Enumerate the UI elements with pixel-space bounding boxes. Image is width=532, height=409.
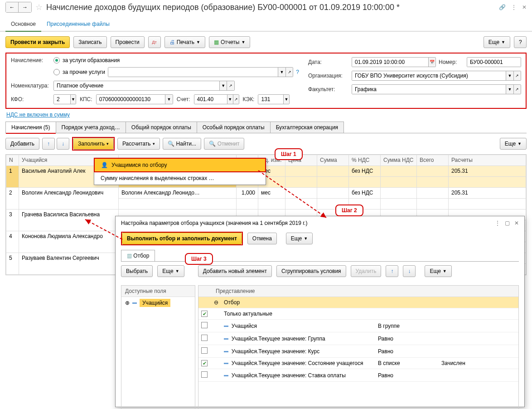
tab-income-order[interactable]: Порядок учета доход… xyxy=(56,122,126,133)
dialog-cancel-button[interactable]: Отмена xyxy=(247,233,277,244)
number-input[interactable] xyxy=(467,58,521,67)
nav-main[interactable]: Основное xyxy=(5,17,41,32)
col-calc: Расчеты xyxy=(449,155,526,166)
step2-callout: Шаг 2 xyxy=(335,204,363,216)
dk-icon-button[interactable]: Дт xyxy=(148,36,161,48)
person-icon: 👤 xyxy=(101,162,108,168)
menu-item-students-by-selection[interactable]: 👤 Учащимися по отбору xyxy=(95,159,265,171)
filter-down-button[interactable]: ↓ xyxy=(403,265,416,277)
selection-dialog: Настройка параметров отбора учащихся (зн… xyxy=(115,216,525,280)
kps-input[interactable] xyxy=(97,95,165,104)
forward-button[interactable]: → xyxy=(19,2,31,12)
right-more-button[interactable]: Еще▼ xyxy=(425,265,451,277)
other-service-input[interactable] xyxy=(108,68,278,77)
filter-up-button[interactable]: ↑ xyxy=(386,265,398,277)
header-params-box: Начисление: за услуги образования за про… xyxy=(5,53,527,109)
nomenclature-input[interactable] xyxy=(54,81,219,90)
dialog-tab-filter[interactable]: ▥ Отбор xyxy=(121,250,155,261)
dropdown-icon[interactable]: ▼ xyxy=(278,68,285,77)
dialog-menu-icon[interactable]: ⋮ xyxy=(495,220,500,226)
col-total: Всего xyxy=(417,155,449,166)
help-hint-icon[interactable]: ? xyxy=(296,69,299,75)
help-button[interactable]: ? xyxy=(514,36,527,48)
accrual-radio-edu[interactable]: за услуги образования xyxy=(53,57,299,63)
step1-callout: Шаг 1 xyxy=(275,148,303,160)
col-vat-pct: % НДС xyxy=(349,155,381,166)
date-label: Дата: xyxy=(308,59,349,65)
kfo-input[interactable] xyxy=(54,95,70,104)
add-element-button[interactable]: Добавить новый элемент xyxy=(198,265,272,277)
dialog-title: Настройка параметров отбора учащихся (зн… xyxy=(121,220,307,226)
post-button[interactable]: Провести xyxy=(111,36,145,48)
apply-selection-button[interactable]: Выполнить отбор и заполнить документ xyxy=(122,233,242,244)
kps-label: КПС: xyxy=(80,96,92,102)
org-label: Организация: xyxy=(308,73,349,79)
favorite-icon[interactable]: ☆ xyxy=(35,2,43,12)
post-and-close-button[interactable]: Провести и закрыть xyxy=(5,36,70,48)
accrual-label: Начисление: xyxy=(11,57,53,63)
add-row-button[interactable]: Добавить xyxy=(5,138,39,150)
col-vat-sum: Сумма НДС xyxy=(381,155,417,166)
tab-accruals[interactable]: Начисления (5) xyxy=(5,122,56,133)
table-row[interactable]: 1 Васильев Анатолий Алек мес без НДС 205… xyxy=(6,166,526,177)
menu-icon[interactable]: ⋮ xyxy=(511,4,517,10)
kek-label: КЭК: xyxy=(243,96,255,102)
nav-back-forward: ← → xyxy=(5,2,32,13)
tab-accounting-op[interactable]: Бухгалтерская операция xyxy=(270,122,344,133)
left-more-button[interactable]: Еще▼ xyxy=(157,265,184,277)
detail-tabs: Начисления (5) Порядок учета доход… Общи… xyxy=(5,122,527,133)
menu-item-sum-in-rows[interactable]: Сумму начисления в выделенных строках … xyxy=(94,172,266,185)
kek-input[interactable] xyxy=(258,95,283,104)
table-row[interactable]: 2 Вологин Александр Леонидович Вологин А… xyxy=(6,188,526,199)
org-input[interactable] xyxy=(352,71,506,80)
move-up-button[interactable]: ↑ xyxy=(42,138,55,150)
print-button[interactable]: 🖨Печать▼ xyxy=(164,36,205,48)
close-icon[interactable]: ✕ xyxy=(522,4,527,10)
back-button[interactable]: ← xyxy=(6,2,19,12)
faculty-label: Факультет: xyxy=(308,86,349,93)
faculty-input[interactable] xyxy=(352,85,506,94)
open-ref-icon[interactable]: ↗ xyxy=(285,68,293,77)
grid-more-button[interactable]: Еще▼ xyxy=(500,138,527,150)
choose-button[interactable]: Выбрать xyxy=(121,265,153,277)
reports-button[interactable]: ▦Отчеты▼ xyxy=(209,36,250,48)
dropdown-icon[interactable]: ▼ xyxy=(219,81,227,90)
find-button[interactable]: 🔍Найти... xyxy=(163,138,201,150)
step3-callout: Шаг 3 xyxy=(185,253,213,265)
account-label: Счет: xyxy=(177,96,190,102)
fill-dropdown: 👤 Учащимися по отбору Сумму начисления в… xyxy=(94,158,266,185)
delete-button[interactable]: Удалить xyxy=(351,265,382,277)
more-button[interactable]: Еще▼ xyxy=(484,36,510,48)
calculate-button[interactable]: Рассчитать▾ xyxy=(117,138,160,150)
calendar-icon[interactable]: 📅 xyxy=(428,58,435,67)
tab-pay-common[interactable]: Общий порядок оплаты xyxy=(126,122,197,133)
date-input[interactable] xyxy=(352,58,428,67)
tab-pay-special[interactable]: Особый порядок оплаты xyxy=(197,122,271,133)
fill-button[interactable]: Заполнить▾ xyxy=(73,138,114,150)
account-input[interactable] xyxy=(194,95,227,104)
link-icon[interactable]: 🔗 xyxy=(499,4,506,10)
group-conditions-button[interactable]: Сгруппировать условия xyxy=(276,265,346,277)
open-ref-icon[interactable]: ↗ xyxy=(227,81,234,90)
cancel-search-button[interactable]: 🔍Отменит xyxy=(204,138,245,150)
dialog-close-icon[interactable]: ✕ xyxy=(514,220,519,226)
vat-link[interactable]: НДС не включен в сумму xyxy=(6,112,70,118)
accrual-radio-other[interactable]: за прочие услуги xyxy=(53,69,105,75)
col-sum: Сумма xyxy=(317,155,349,166)
nav-attached-files[interactable]: Присоединенные файлы xyxy=(41,17,115,31)
kfo-label: КФО: xyxy=(11,96,53,102)
save-button[interactable]: Записать xyxy=(73,36,106,48)
nomenclature-label: Номенклатура: xyxy=(11,83,53,89)
move-down-button[interactable]: ↓ xyxy=(57,138,69,150)
document-title: Начисление доходов будущих периодов (обр… xyxy=(46,3,495,12)
dialog-max-icon[interactable]: ▢ xyxy=(505,220,510,226)
dialog-more-button[interactable]: Еще▼ xyxy=(286,233,313,244)
number-label: Номер: xyxy=(439,59,464,65)
col-n: N xyxy=(6,155,19,166)
